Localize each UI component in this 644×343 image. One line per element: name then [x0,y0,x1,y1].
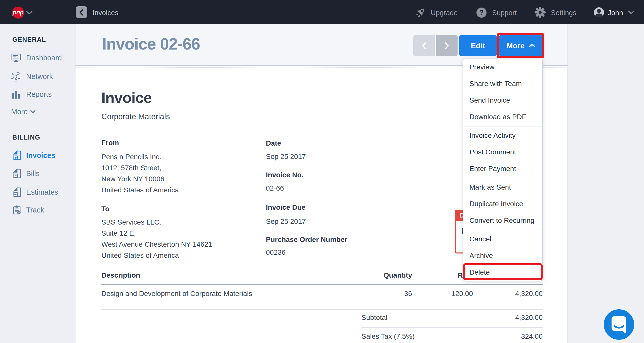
svg-text:?: ? [479,9,484,16]
